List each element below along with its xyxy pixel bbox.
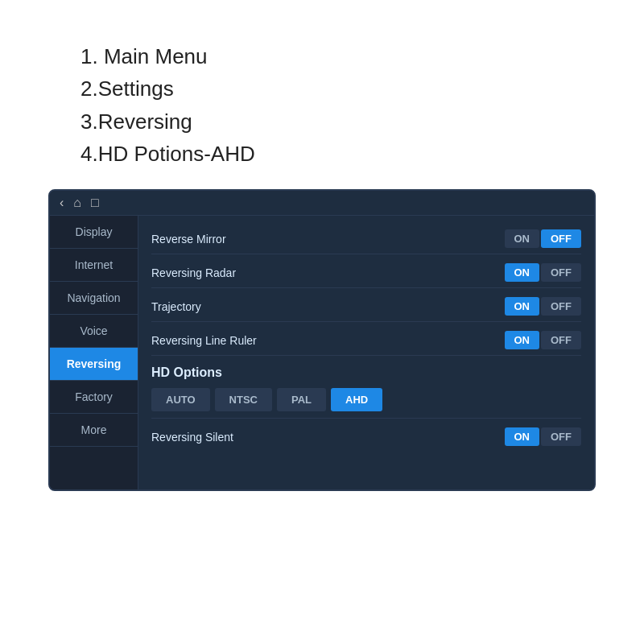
device-panel: ‹⌂□ DisplayInternetNavigationVoiceRevers… [48,189,596,491]
toggle-group: ONOFF [505,263,582,282]
setting-row: Reversing RadarONOFF [151,258,581,288]
toggle-off-button[interactable]: OFF [541,331,581,349]
top-bar: ‹⌂□ [50,191,594,216]
silent-off-button[interactable]: OFF [541,427,581,446]
top-bar-icon[interactable]: ‹ [60,196,64,210]
setting-label: Reversing Line Ruler [151,334,257,347]
steps-list: 1. Main Menu2.Settings3.Reversing4.HD Po… [32,40,612,170]
sidebar: DisplayInternetNavigationVoiceReversingF… [50,216,138,489]
toggle-on-button[interactable]: ON [505,229,540,248]
setting-row: Reversing Line RulerONOFF [151,325,581,356]
toggle-off-button[interactable]: OFF [541,297,581,316]
reversing-silent-row: Reversing SilentONOFF [151,422,581,452]
step-item: 3.Reversing [80,105,612,138]
toggle-group: ONOFF [505,229,582,248]
top-bar-icon[interactable]: □ [91,196,99,210]
hd-option-pal[interactable]: PAL [277,388,326,411]
toggle-on-button[interactable]: ON [505,297,540,316]
right-content: Reverse MirrorONOFFReversing RadarONOFFT… [138,216,594,489]
content-area: DisplayInternetNavigationVoiceReversingF… [50,216,594,489]
toggle-group: ONOFF [505,331,582,349]
step-item: 1. Main Menu [80,40,612,72]
hd-options-title: HD Options [151,359,581,385]
hd-option-ahd[interactable]: AHD [331,388,382,411]
setting-label: Reverse Mirror [151,233,226,246]
sidebar-item-voice[interactable]: Voice [50,315,138,348]
silent-toggle-group: ONOFF [505,427,582,446]
hd-options-row: AUTONTSCPALAHD [151,388,581,419]
sidebar-item-internet[interactable]: Internet [50,249,138,282]
setting-row: TrajectoryONOFF [151,291,581,322]
toggle-off-button[interactable]: OFF [541,263,581,282]
step-item: 4.HD Potions-AHD [80,138,612,170]
toggle-off-button[interactable]: OFF [541,229,581,248]
setting-label: Reversing Radar [151,266,236,279]
silent-on-button[interactable]: ON [505,427,540,446]
sidebar-item-navigation[interactable]: Navigation [50,282,138,315]
top-bar-icon[interactable]: ⌂ [73,196,81,210]
hd-option-ntsc[interactable]: NTSC [215,388,272,411]
toggle-on-button[interactable]: ON [505,263,540,282]
toggle-group: ONOFF [505,297,582,316]
sidebar-item-display[interactable]: Display [50,216,138,249]
setting-row: Reverse MirrorONOFF [151,224,581,254]
toggle-on-button[interactable]: ON [505,331,540,349]
step-item: 2.Settings [80,72,612,105]
sidebar-item-more[interactable]: More [50,414,138,447]
reversing-silent-label: Reversing Silent [151,431,233,444]
sidebar-item-factory[interactable]: Factory [50,381,138,414]
sidebar-item-reversing[interactable]: Reversing [50,348,138,381]
setting-label: Trajectory [151,300,201,313]
hd-option-auto[interactable]: AUTO [151,388,210,411]
